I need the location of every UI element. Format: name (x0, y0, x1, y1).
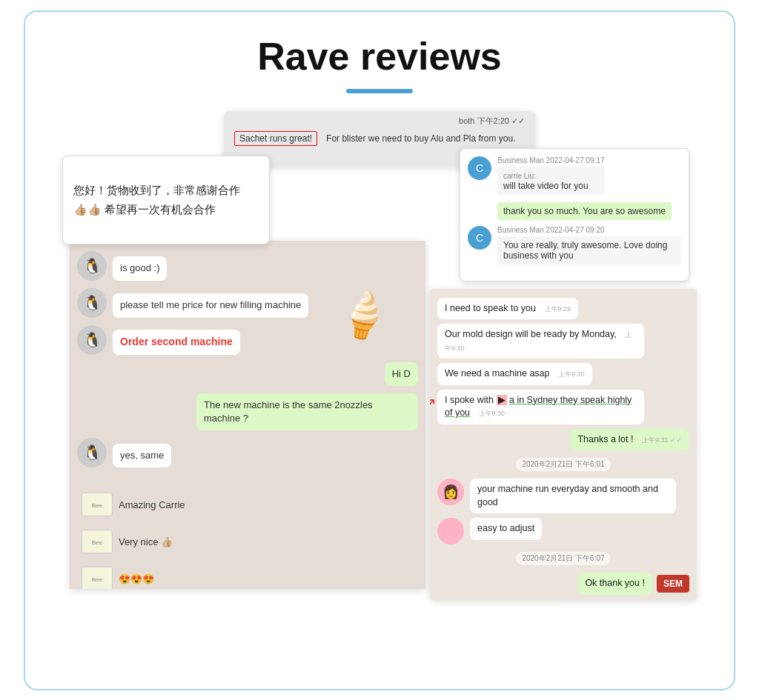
sachet-description: For blister we need to buy Alu and Pla f… (326, 133, 515, 144)
wa-row-6: 👩 your machine run everyday and smooth a… (437, 479, 689, 513)
biz-row-2: C Business Man 2022-04-27 09:20 You are … (468, 226, 681, 264)
chinese-text-block: 您好！货物收到了，非常感谢合作 👍🏼👍🏼 希望再一次有机会合作 (73, 181, 240, 219)
product-thumb-2: Bee (82, 530, 113, 553)
sem-badge: SEM (657, 575, 689, 593)
wa-avatar-6: 👩 (437, 479, 464, 505)
page-container: Rave reviews both 下午2:20 ✓✓ Sachet runs … (24, 10, 735, 690)
wa-row-8: Ok thank you ! SEM (437, 573, 689, 595)
icecream-sticker: 🍦 (332, 284, 396, 346)
pchat-msg-6: yes, same (113, 444, 171, 467)
biz-content-2: Business Man 2022-04-27 09:20 You are re… (497, 226, 681, 264)
reviews-collage: both 下午2:20 ✓✓ Sachet runs great! For bl… (47, 111, 712, 659)
biz-avatar-1: C (468, 156, 491, 180)
page-title: Rave reviews (47, 34, 712, 79)
svg-text:Bee: Bee (92, 539, 103, 546)
wa-msg-2: Our mold design will be ready by Monday,… (437, 324, 644, 359)
biz-name-date-1: Business Man 2022-04-27 09:17 (497, 156, 605, 164)
wa-msg-7: easy to adjust (470, 518, 542, 540)
pchat-msg-2: please tell me price for new filling mac… (113, 293, 308, 317)
pchat-msg-3: Order second machine (113, 330, 240, 355)
wa-divider-2: 2020年2月21日 下午6:07 (516, 552, 610, 565)
pchat-msg-5: The new machine is the same 2nozzles mac… (196, 393, 418, 430)
wa-msg-4: I spoke with ▶ a in Sydney they speak hi… (437, 390, 644, 424)
pchat-row-5: The new machine is the same 2nozzles mac… (77, 393, 418, 430)
wa-row-4: I spoke with ▶ a in Sydney they speak hi… (437, 390, 689, 424)
wa-msg-6: your machine run everyday and smooth and… (470, 479, 676, 513)
biz-msg-3: You are really, truly awesome. Love doin… (497, 236, 681, 264)
whatsapp-right-card: I need to speak to you 上午9:29 Our mold d… (430, 289, 697, 600)
pchat-avatar-2: 🐧 (77, 288, 107, 318)
product-label-1: Amazing Carrie (119, 499, 185, 510)
biz-msg-green: thank you so much. You are so awesome (497, 202, 672, 220)
product-label-3: 😍😍😍 (119, 573, 154, 584)
product-row-2: Bee Very nice 👍🏼 (77, 527, 418, 556)
sachet-header: both 下午2:20 ✓✓ (459, 116, 525, 127)
biz-avatar-2: C (468, 226, 491, 250)
wa-msg-5: Thanks a lot ! 上午9:31 ✓✓ (570, 429, 689, 451)
biz-content-1: Business Man 2022-04-27 09:17 carrie Liu… (497, 156, 605, 195)
pchat-row-4: Hi D (77, 362, 418, 386)
wa-row-7: easy to adjust (437, 518, 689, 544)
title-underline (346, 89, 413, 93)
pchat-row-6: 🐧 yes, same (77, 438, 418, 467)
sachet-highlight: Sachet runs great! (234, 131, 317, 146)
product-thumb-1: Bee (82, 493, 113, 516)
product-row-1: Bee Amazing Carrie (77, 490, 418, 519)
svg-text:Bee: Bee (92, 576, 103, 583)
wa-row-5: Thanks a lot ! 上午9:31 ✓✓ (437, 429, 689, 451)
wa-row-2: Our mold design will be ready by Monday,… (437, 324, 689, 359)
pchat-msg-1: is good :) (113, 256, 167, 280)
chinese-review-card: 您好！货物收到了，非常感谢合作 👍🏼👍🏼 希望再一次有机会合作 (62, 156, 270, 244)
wa-msg-8: Ok thank you ! (577, 573, 652, 595)
wa-row-1: I need to speak to you 上午9:29 (437, 298, 689, 320)
wa-avatar-7 (437, 518, 464, 544)
biz-msg-sub: carrie Liu: will take video for you (497, 167, 605, 195)
wa-msg-1: I need to speak to you 上午9:29 (437, 298, 578, 320)
svg-text:Bee: Bee (92, 502, 103, 509)
pchat-msg-4: Hi D (385, 362, 418, 386)
pchat-row-1: 🐧 is good :) (77, 251, 418, 281)
business-review-card: C Business Man 2022-04-27 09:17 carrie L… (460, 148, 689, 281)
pchat-avatar-3: 🐧 (77, 325, 107, 355)
biz-name-date-2: Business Man 2022-04-27 09:20 (497, 226, 681, 234)
wa-row-3: We need a machine asap 上午9:30 (437, 363, 689, 385)
product-thumb-3: Bee (82, 567, 113, 588)
red-arrow-icon: ↗ (430, 393, 437, 413)
wa-msg-3: We need a machine asap 上午9:30 (437, 363, 592, 385)
wa-divider-1: 2020年2月21日 下午6:01 (516, 458, 610, 471)
pchat-avatar-1: 🐧 (77, 251, 107, 281)
biz-row-1: C Business Man 2022-04-27 09:17 carrie L… (468, 156, 681, 195)
pchat-avatar-4: 🐧 (77, 438, 107, 467)
product-label-2: Very nice 👍🏼 (119, 536, 173, 547)
product-row-3: Bee 😍😍😍 (77, 564, 418, 588)
